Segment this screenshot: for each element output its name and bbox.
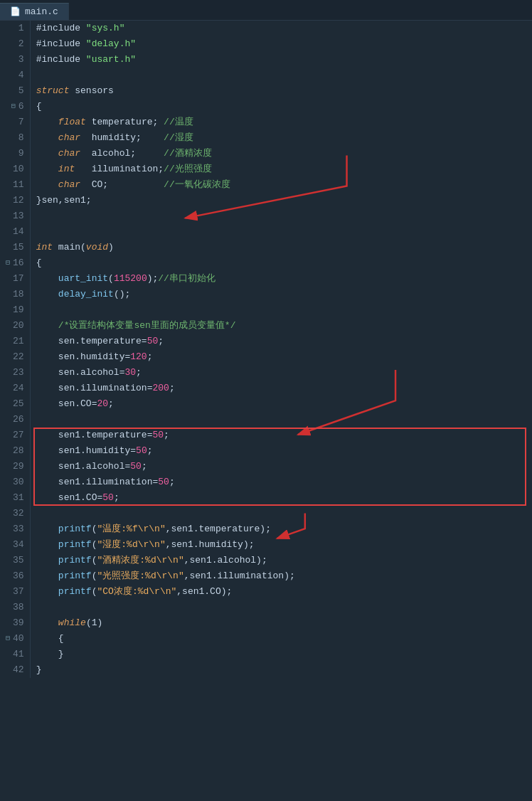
code-line-3: #include "usart.h" bbox=[36, 52, 532, 68]
line-number-30: 30 bbox=[6, 474, 24, 490]
code-segment: ,sen1.humidity); bbox=[166, 537, 255, 553]
code-lines: #include "sys.h"#include "delay.h"#inclu… bbox=[31, 21, 532, 678]
code-segment: main( bbox=[53, 240, 86, 255]
code-segment: ,sen1.temperature); bbox=[166, 521, 271, 537]
line-num-label-40: 40 bbox=[13, 631, 24, 647]
line-num-label-6: 6 bbox=[18, 99, 24, 115]
line-number-16: ⊟16 bbox=[6, 255, 24, 271]
code-segment: temperature; bbox=[86, 115, 164, 130]
code-line-4 bbox=[36, 68, 532, 83]
line-num-label-30: 30 bbox=[13, 474, 24, 490]
code-line-10: int illumination;//光照强度 bbox=[36, 161, 532, 177]
code-segment: ( bbox=[108, 271, 114, 287]
line-num-label-42: 42 bbox=[13, 662, 24, 678]
code-segment bbox=[36, 161, 58, 177]
line-num-label-12: 12 bbox=[13, 193, 24, 208]
code-segment: struct bbox=[36, 83, 70, 99]
line-number-34: 34 bbox=[6, 537, 24, 553]
line-num-label-31: 31 bbox=[13, 490, 24, 506]
tab-bar: 📄 main.c bbox=[0, 0, 532, 21]
line-num-label-18: 18 bbox=[13, 287, 24, 302]
code-line-14 bbox=[36, 224, 532, 240]
code-segment: ) bbox=[108, 240, 114, 255]
code-segment: //酒精浓度 bbox=[164, 146, 212, 161]
line-number-32: 32 bbox=[6, 506, 24, 521]
code-line-8: char humidity; //湿度 bbox=[36, 130, 532, 146]
code-segment: #include bbox=[36, 52, 86, 68]
line-num-label-15: 15 bbox=[13, 240, 24, 255]
line-number-3: 3 bbox=[6, 52, 24, 68]
code-segment bbox=[36, 615, 58, 631]
code-line-30: sen1.illumination=50; bbox=[36, 474, 532, 490]
code-segment: sensors bbox=[69, 83, 113, 99]
code-segment: #include bbox=[36, 21, 86, 36]
code-segment: printf bbox=[58, 537, 92, 553]
fold-icon-16[interactable]: ⊟ bbox=[6, 255, 10, 271]
file-tab[interactable]: 📄 main.c bbox=[0, 3, 69, 20]
code-line-26 bbox=[36, 412, 532, 428]
code-segment: //串口初始化 bbox=[158, 271, 216, 287]
line-num-label-28: 28 bbox=[13, 443, 24, 459]
code-segment bbox=[36, 287, 58, 302]
code-segment: ( bbox=[92, 537, 97, 553]
fold-icon-6[interactable]: ⊟ bbox=[11, 99, 16, 115]
fold-icon-40[interactable]: ⊟ bbox=[6, 631, 10, 647]
line-number-5: 5 bbox=[6, 83, 24, 99]
line-num-label-1: 1 bbox=[18, 21, 24, 36]
code-line-15: int main(void) bbox=[36, 240, 532, 255]
code-segment: ; bbox=[114, 490, 119, 506]
code-segment: sen.CO= bbox=[36, 396, 97, 412]
line-number-18: 18 bbox=[6, 287, 24, 302]
code-segment: sen1.CO= bbox=[36, 490, 103, 506]
code-segment: printf bbox=[58, 521, 92, 537]
code-segment: 20 bbox=[97, 396, 108, 412]
line-number-9: 9 bbox=[6, 146, 24, 161]
line-num-label-3: 3 bbox=[18, 52, 24, 68]
code-segment: 50 bbox=[130, 459, 142, 474]
line-number-4: 4 bbox=[6, 68, 24, 83]
code-segment: { bbox=[36, 255, 42, 271]
code-container: 12345⊟6789101112131415⊟16171819202122232… bbox=[0, 21, 532, 678]
line-num-label-10: 10 bbox=[13, 161, 24, 177]
code-line-32 bbox=[36, 506, 532, 521]
code-segment: sen1.temperature= bbox=[36, 428, 153, 443]
code-segment bbox=[36, 130, 58, 146]
code-line-40: { bbox=[36, 631, 532, 647]
code-segment: ); bbox=[147, 271, 159, 287]
code-line-5: struct sensors bbox=[36, 83, 532, 99]
code-line-42: } bbox=[36, 662, 532, 678]
code-area: 12345⊟6789101112131415⊟16171819202122232… bbox=[0, 21, 532, 678]
code-segment bbox=[36, 537, 58, 553]
line-number-39: 39 bbox=[6, 615, 24, 631]
code-line-27: sen1.temperature=50; bbox=[36, 428, 532, 443]
file-icon: 📄 bbox=[10, 6, 21, 17]
line-num-label-32: 32 bbox=[13, 506, 24, 521]
line-num-label-41: 41 bbox=[13, 647, 24, 662]
code-segment: ( bbox=[92, 568, 97, 584]
line-number-28: 28 bbox=[6, 443, 24, 459]
code-segment: "酒精浓度:%d\r\n" bbox=[97, 553, 183, 568]
code-line-24: sen.illumination=200; bbox=[36, 381, 532, 396]
code-segment bbox=[36, 146, 58, 161]
line-number-1: 1 bbox=[6, 21, 24, 36]
code-segment bbox=[36, 318, 58, 334]
line-num-label-26: 26 bbox=[13, 412, 24, 428]
line-num-label-14: 14 bbox=[13, 224, 24, 240]
code-segment: //一氧化碳浓度 bbox=[164, 177, 230, 193]
code-line-16: { bbox=[36, 255, 532, 271]
code-segment bbox=[36, 584, 58, 600]
code-line-29: sen1.alcohol=50; bbox=[36, 459, 532, 474]
code-segment: char bbox=[58, 177, 80, 193]
code-segment: sen.humidity= bbox=[36, 349, 131, 365]
code-line-34: printf("湿度:%d\r\n",sen1.humidity); bbox=[36, 537, 532, 553]
line-number-8: 8 bbox=[6, 130, 24, 146]
line-number-36: 36 bbox=[6, 568, 24, 584]
code-segment: } bbox=[36, 647, 64, 662]
code-segment: 200 bbox=[152, 381, 169, 396]
line-number-29: 29 bbox=[6, 459, 24, 474]
code-segment: "sys.h" bbox=[86, 21, 125, 36]
code-segment: ; bbox=[108, 396, 114, 412]
code-segment: float bbox=[58, 115, 86, 130]
line-number-6: ⊟6 bbox=[6, 99, 24, 115]
code-line-37: printf("CO浓度:%d\r\n",sen1.CO); bbox=[36, 584, 532, 600]
